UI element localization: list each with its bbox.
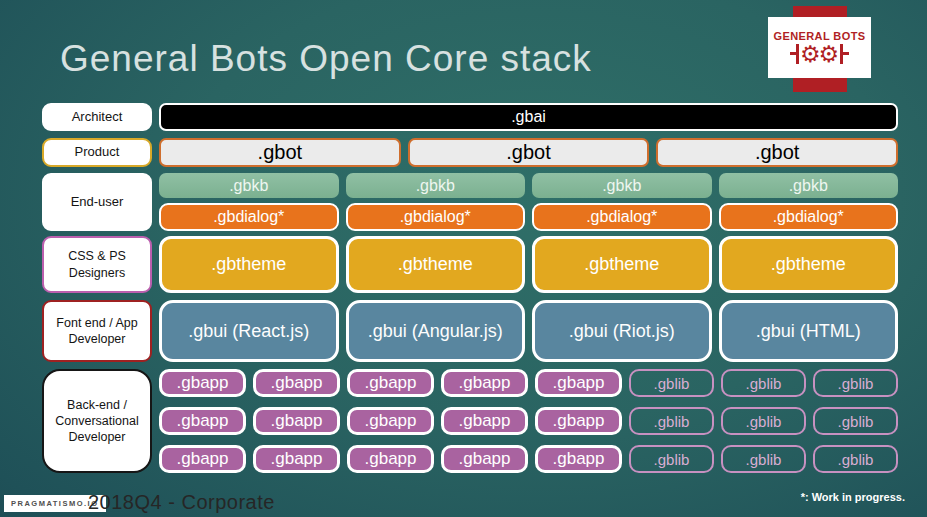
box-gbtheme: .gbtheme — [532, 236, 712, 293]
box-gbapp: .gbapp — [347, 407, 434, 435]
box-gbdialog: .gbdialog* — [159, 203, 339, 231]
row-frontend: Font end / App Developer .gbui (React.js… — [42, 300, 898, 362]
box-gbapp: .gbapp — [159, 369, 246, 397]
box-gbui-angular: .gbui (Angular.js) — [346, 300, 526, 362]
box-gblib: .gblib — [721, 445, 806, 473]
row-designers: CSS & PS Designers .gbtheme .gbtheme .gb… — [42, 236, 898, 293]
box-gbapp: .gbapp — [535, 407, 622, 435]
box-gbdialog: .gbdialog* — [346, 203, 526, 231]
box-gbui-html: .gbui (HTML) — [719, 300, 899, 362]
row-architect: Architect .gbai — [42, 103, 898, 131]
backend-row: .gbapp .gbapp .gbapp .gbapp .gbapp .gbli… — [159, 445, 898, 473]
row-product: Product .gbot .gbot .gbot — [42, 138, 898, 167]
box-gbapp: .gbapp — [441, 369, 528, 397]
box-gbapp: .gbapp — [253, 369, 340, 397]
box-gbapp: .gbapp — [535, 369, 622, 397]
footer-caption: 2018Q4 - Corporate — [88, 491, 275, 514]
work-in-progress-note: *: Work in progress. — [801, 491, 905, 503]
box-gbkb: .gbkb — [346, 173, 526, 198]
box-gbapp: .gbapp — [253, 445, 340, 473]
box-gbapp: .gbapp — [441, 445, 528, 473]
box-gbdialog: .gbdialog* — [719, 203, 899, 231]
row-label-designers: CSS & PS Designers — [42, 236, 152, 293]
gears-icon: ⚙ ⚙ — [796, 43, 843, 65]
row-label-backend: Back-end / Conversational Developer — [42, 369, 152, 473]
box-gblib: .gblib — [629, 407, 714, 435]
stack-diagram: Architect .gbai Product .gbot .gbot .gbo… — [42, 103, 898, 473]
box-gbtheme: .gbtheme — [346, 236, 526, 293]
row-label-product: Product — [42, 138, 152, 167]
box-gbui-riot: .gbui (Riot.js) — [532, 300, 712, 362]
row-label-architect: Architect — [42, 103, 152, 131]
gear-icon: ⚙ — [800, 43, 821, 65]
box-gbai: .gbai — [159, 103, 898, 131]
box-gblib: .gblib — [629, 445, 714, 473]
gbdialog-row: .gbdialog* .gbdialog* .gbdialog* .gbdial… — [159, 203, 898, 231]
box-gbkb: .gbkb — [159, 173, 339, 198]
row-backend: Back-end / Conversational Developer .gba… — [42, 369, 898, 473]
row-enduser: End-user .gbkb .gbkb .gbkb .gbkb .gbdial… — [42, 173, 898, 231]
backend-row: .gbapp .gbapp .gbapp .gbapp .gbapp .gbli… — [159, 369, 898, 397]
box-gbapp: .gbapp — [441, 407, 528, 435]
gbkb-row: .gbkb .gbkb .gbkb .gbkb — [159, 173, 898, 198]
box-gbkb: .gbkb — [532, 173, 712, 198]
box-gbdialog: .gbdialog* — [532, 203, 712, 231]
box-gblib: .gblib — [721, 369, 806, 397]
box-gbkb: .gbkb — [719, 173, 899, 198]
box-gbapp: .gbapp — [347, 369, 434, 397]
row-label-enduser: End-user — [42, 173, 152, 231]
box-gbapp: .gbapp — [159, 445, 246, 473]
row-label-frontend: Font end / App Developer — [42, 300, 152, 362]
box-gbot: .gbot — [159, 138, 401, 167]
box-gblib: .gblib — [813, 407, 898, 435]
logo-right-bar-icon — [840, 44, 843, 64]
box-gbtheme: .gbtheme — [719, 236, 899, 293]
box-gbapp: .gbapp — [253, 407, 340, 435]
box-gblib: .gblib — [813, 369, 898, 397]
box-gblib: .gblib — [813, 445, 898, 473]
gear-icon: ⚙ — [819, 43, 840, 65]
general-bots-logo: GENERAL BOTS ⚙ ⚙ — [768, 17, 871, 78]
box-gblib: .gblib — [629, 369, 714, 397]
box-gbui-react: .gbui (React.js) — [159, 300, 339, 362]
box-gblib: .gblib — [721, 407, 806, 435]
box-gbot: .gbot — [656, 138, 898, 167]
box-gbapp: .gbapp — [159, 407, 246, 435]
box-gbot: .gbot — [408, 138, 650, 167]
logo-left-bar-icon — [796, 44, 799, 64]
page-title: General Bots Open Core stack — [60, 38, 592, 80]
box-gbtheme: .gbtheme — [159, 236, 339, 293]
slide: General Bots Open Core stack GENERAL BOT… — [0, 0, 927, 517]
box-gbapp: .gbapp — [535, 445, 622, 473]
box-gbapp: .gbapp — [347, 445, 434, 473]
backend-row: .gbapp .gbapp .gbapp .gbapp .gbapp .gbli… — [159, 407, 898, 435]
